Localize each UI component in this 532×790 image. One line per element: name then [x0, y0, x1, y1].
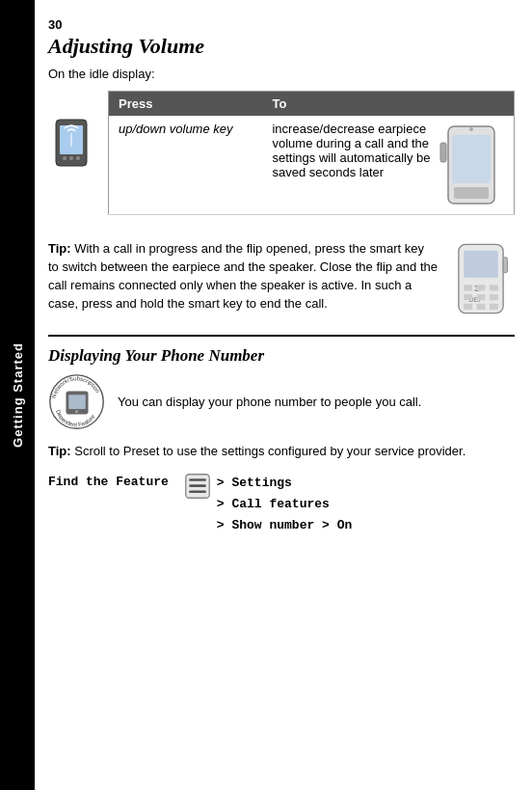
svg-rect-34	[189, 490, 206, 493]
find-feature-block: Find the Feature > Settings > Call featu…	[48, 473, 515, 536]
svg-rect-12	[464, 251, 498, 278]
path-line-2: > Call features	[217, 494, 352, 515]
svg-point-4	[76, 156, 80, 160]
section1-intro: On the idle display:	[48, 67, 515, 81]
phone-keypad-icon: 3 DEF	[447, 240, 515, 317]
phone-side-icon	[439, 122, 504, 208]
svg-rect-17	[477, 285, 486, 290]
feature-intro: Network/Subscription Dependent Feature Y…	[48, 373, 515, 431]
sidebar: Getting Started	[0, 0, 35, 790]
table-col1-header: Press	[109, 92, 263, 117]
svg-rect-22	[464, 304, 472, 310]
table-cell-to: increase/decrease earpiece volume during…	[262, 116, 514, 215]
path-line-3: > Show number > On	[217, 515, 352, 536]
page-number: 30	[48, 17, 515, 32]
main-content: 30 Adjusting Volume On the idle display:	[35, 0, 532, 790]
svg-point-9	[469, 127, 473, 131]
page-wrapper: Getting Started 30 Adjusting Volume On t…	[0, 0, 532, 790]
tip1-label: Tip:	[48, 241, 71, 256]
menu-and-path: > Settings > Call features > Show number…	[184, 473, 352, 536]
tip-text: Tip: With a call in progress and the fli…	[48, 240, 438, 313]
svg-rect-29	[68, 395, 86, 409]
table-row: up/down volume key increase/decrease ear…	[109, 116, 515, 215]
table-text: increase/decrease earpiece volume during…	[272, 122, 431, 179]
find-feature-label: Find the Feature	[48, 473, 169, 489]
table-cell-press: up/down volume key	[109, 116, 263, 215]
section2-intro: You can display your phone number to peo…	[118, 394, 421, 412]
svg-rect-23	[477, 304, 486, 310]
svg-rect-21	[490, 294, 498, 300]
svg-rect-7	[452, 135, 491, 183]
section1-title: Adjusting Volume	[48, 34, 515, 59]
svg-rect-8	[440, 143, 446, 162]
find-feature-path: > Settings > Call features > Show number…	[217, 473, 352, 536]
network-subscription-icon: Network/Subscription Dependent Feature	[48, 373, 106, 431]
svg-rect-18	[490, 285, 498, 290]
tip-block: Tip: With a call in progress and the fli…	[48, 240, 515, 317]
tip2-text: Scroll to Preset to use the settings con…	[71, 444, 466, 458]
svg-rect-32	[189, 478, 206, 481]
svg-rect-10	[454, 187, 489, 199]
svg-rect-20	[477, 294, 486, 300]
table-cell-to-content: increase/decrease earpiece volume during…	[272, 122, 504, 208]
svg-rect-19	[464, 294, 472, 300]
table-col2-header: To	[262, 92, 514, 117]
sidebar-label: Getting Started	[11, 342, 25, 448]
menu-icon	[184, 473, 211, 500]
svg-point-30	[75, 410, 78, 413]
svg-rect-33	[189, 484, 206, 487]
svg-point-2	[63, 156, 66, 160]
tip1-text: With a call in progress and the flip ope…	[48, 241, 438, 311]
path-line-1: > Settings	[217, 473, 352, 494]
tip2-label: Tip:	[48, 444, 71, 458]
svg-rect-16	[464, 285, 472, 290]
section2-title: Displaying Your Phone Number	[48, 346, 515, 366]
phone-manual-icon	[48, 118, 94, 168]
svg-rect-13	[503, 258, 507, 273]
feature-table: Press To up/down volume key increase/dec…	[108, 91, 515, 215]
tip2-block: Tip: Scroll to Preset to use the setting…	[48, 443, 515, 461]
svg-point-3	[69, 156, 73, 160]
svg-rect-24	[490, 304, 498, 310]
section-divider	[48, 335, 515, 337]
